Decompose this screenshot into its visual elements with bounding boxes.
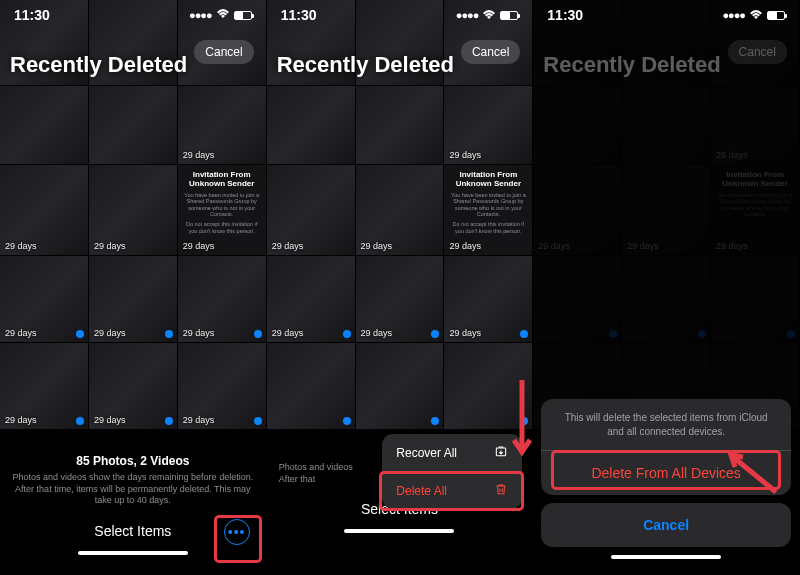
battery-icon (767, 11, 785, 20)
clock: 11:30 (14, 7, 50, 23)
screen-recently-deleted: 29 days 29 days 29 days Invitation From … (0, 0, 267, 575)
thumb[interactable] (89, 86, 177, 164)
page-title: Recently Deleted (543, 52, 720, 78)
invitation-title: Invitation From Unknown Sender (184, 171, 260, 189)
screen-more-menu: 29 days 29 days 29 days Invitation From … (267, 0, 534, 575)
status-bar: 11:30 ●●●● (533, 0, 799, 30)
recover-label: Recover All (396, 446, 457, 460)
days-label: 29 days (94, 415, 126, 425)
invitation-body: You have been invited to join a Shared P… (184, 192, 260, 218)
recover-all-item[interactable]: Recover All (382, 434, 522, 471)
select-items-button[interactable]: Select Items (94, 523, 171, 539)
thumb[interactable]: 29 days (89, 165, 177, 255)
thumb[interactable]: 29 days (0, 256, 88, 342)
days-label: 29 days (5, 328, 37, 338)
status-icons: ●●●● (189, 8, 252, 22)
home-indicator[interactable] (611, 555, 721, 559)
status-bar: 11:30 ●●●● (0, 0, 266, 30)
thumb[interactable]: 29 days (0, 165, 88, 255)
clock: 11:30 (281, 7, 317, 23)
wifi-icon (749, 10, 763, 20)
days-label: 29 days (94, 241, 126, 251)
thumb[interactable]: 29 days (178, 256, 266, 342)
page-title: Recently Deleted (277, 52, 454, 78)
thumb[interactable]: 29 days (178, 86, 266, 164)
cancel-button[interactable]: Cancel (194, 40, 253, 64)
thumb-invitation[interactable]: Invitation From Unknown Sender You have … (178, 165, 266, 255)
signal-icon: ●●●● (722, 9, 745, 21)
days-label: 29 days (5, 415, 37, 425)
cancel-button[interactable]: Cancel (461, 40, 520, 64)
battery-icon (500, 11, 518, 20)
days-label: 29 days (5, 241, 37, 251)
clock: 11:30 (547, 7, 583, 23)
summary-text: Photos and videos show the days remainin… (0, 468, 266, 507)
signal-icon: ●●●● (456, 9, 479, 21)
days-label: 29 days (183, 328, 215, 338)
thumb[interactable] (0, 86, 88, 164)
signal-icon: ●●●● (189, 9, 212, 21)
thumb[interactable]: 29 days (0, 343, 88, 429)
page-title: Recently Deleted (10, 52, 187, 78)
screen-confirm-delete: 29 days 29 days 29 days Invitation From … (533, 0, 800, 575)
invitation-warn: Do not accept this invitation if you don… (184, 221, 260, 234)
days-label: 29 days (94, 328, 126, 338)
thumb[interactable]: 29 days (89, 256, 177, 342)
recover-icon (494, 444, 508, 461)
thumb[interactable]: 29 days (178, 343, 266, 429)
home-indicator[interactable] (78, 551, 188, 555)
sheet-cancel-button[interactable]: Cancel (541, 503, 791, 547)
summary-title: 85 Photos, 2 Videos (0, 454, 266, 468)
days-label: 29 days (183, 241, 215, 251)
home-indicator[interactable] (344, 529, 454, 533)
days-label: 29 days (183, 415, 215, 425)
wifi-icon (216, 8, 230, 22)
cancel-button[interactable]: Cancel (728, 40, 787, 64)
battery-icon (234, 11, 252, 20)
thumb[interactable]: 29 days (89, 343, 177, 429)
days-label: 29 days (183, 150, 215, 160)
sheet-message: This will delete the selected items from… (541, 399, 791, 450)
wifi-icon (482, 10, 496, 20)
status-bar: 11:30 ●●●● (267, 0, 533, 30)
